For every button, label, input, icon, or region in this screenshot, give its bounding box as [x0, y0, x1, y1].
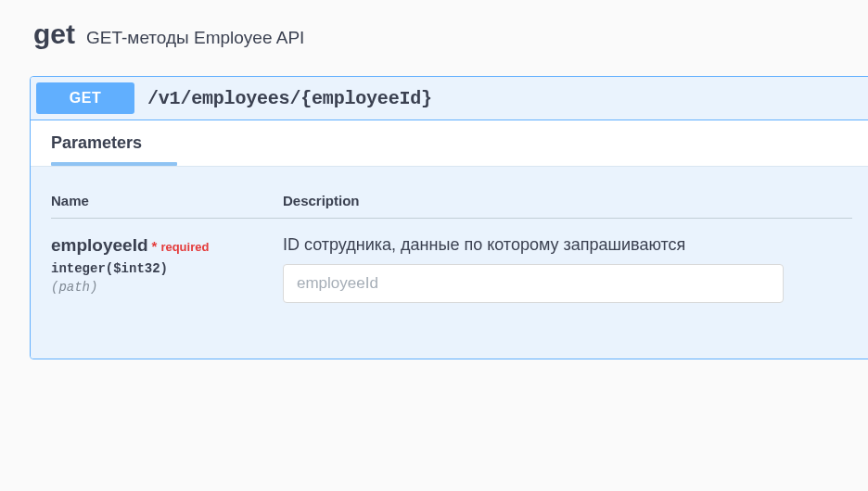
http-method-badge: GET — [36, 82, 134, 114]
tab-parameters[interactable]: Parameters — [51, 133, 142, 164]
column-header-description: Description — [283, 193, 852, 208]
operation-summary[interactable]: GET /v1/employees/{employeeId} — [31, 77, 868, 120]
tabs-bar: Parameters — [31, 120, 868, 167]
endpoint-path: /v1/employees/{employeeId} — [147, 88, 432, 109]
parameter-description: ID сотрудника, данные по которому запраш… — [283, 235, 852, 255]
column-header-name: Name — [51, 193, 283, 208]
parameter-name: employeeId — [51, 235, 148, 256]
parameter-input[interactable] — [283, 264, 784, 303]
parameter-type: integer($int32) — [51, 261, 283, 276]
parameter-in: (path) — [51, 280, 283, 295]
parameter-row: employeeId * required integer($int32) (p… — [51, 219, 852, 303]
operation-block: GET /v1/employees/{employeeId} Parameter… — [30, 76, 868, 359]
required-star: * — [152, 238, 158, 254]
tag-header[interactable]: get GET-методы Employee API — [28, 19, 868, 50]
parameters-section: Name Description employeeId * required i… — [31, 167, 868, 359]
parameters-table-header: Name Description — [51, 193, 852, 219]
tag-name: get — [33, 19, 75, 50]
tag-description: GET-методы Employee API — [86, 28, 304, 48]
required-label: required — [160, 240, 209, 254]
